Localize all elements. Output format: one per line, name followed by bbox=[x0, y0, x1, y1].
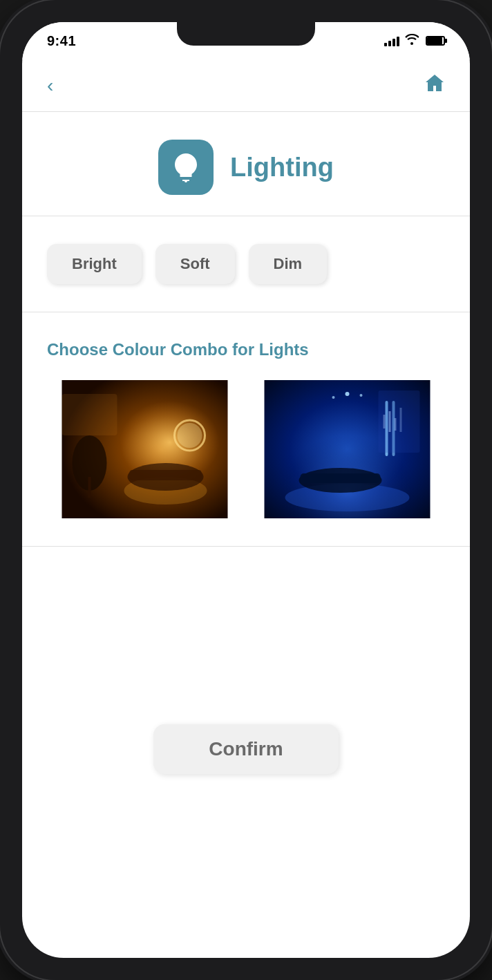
phone-screen: 9:41 bbox=[22, 22, 470, 958]
svg-rect-24 bbox=[400, 408, 402, 432]
lighting-icon-box bbox=[158, 140, 214, 195]
warm-lighting-image bbox=[47, 380, 243, 518]
bright-button[interactable]: Bright bbox=[47, 244, 142, 284]
svg-rect-8 bbox=[88, 477, 91, 498]
confirm-section: Confirm bbox=[22, 547, 470, 958]
confirm-button[interactable]: Confirm bbox=[153, 724, 338, 774]
notch bbox=[177, 22, 315, 46]
cool-lighting-option[interactable] bbox=[249, 380, 445, 518]
signal-icon bbox=[384, 35, 399, 46]
phone-frame: 9:41 bbox=[0, 0, 492, 980]
brightness-options: Bright Soft Dim bbox=[47, 244, 445, 284]
svg-point-18 bbox=[332, 396, 335, 399]
brightness-section: Bright Soft Dim bbox=[22, 216, 470, 312]
svg-rect-14 bbox=[301, 473, 381, 483]
status-time: 9:41 bbox=[47, 33, 76, 49]
svg-rect-9 bbox=[62, 394, 117, 435]
svg-rect-22 bbox=[389, 411, 391, 432]
svg-point-6 bbox=[178, 423, 202, 448]
colour-section: Choose Colour Combo for Lights bbox=[22, 312, 470, 547]
back-button[interactable]: ‹ bbox=[47, 76, 53, 95]
colour-section-title: Choose Colour Combo for Lights bbox=[47, 340, 445, 359]
svg-rect-23 bbox=[395, 418, 397, 431]
svg-point-19 bbox=[360, 394, 363, 397]
main-content: ‹ Lighting bbox=[22, 59, 470, 958]
warm-lighting-option[interactable] bbox=[47, 380, 243, 518]
top-navigation: ‹ bbox=[22, 59, 470, 112]
battery-icon bbox=[426, 36, 445, 46]
cool-lighting-image bbox=[249, 380, 445, 518]
svg-point-17 bbox=[346, 392, 350, 396]
status-icons bbox=[384, 34, 445, 48]
wifi-icon bbox=[405, 34, 419, 48]
svg-rect-21 bbox=[384, 415, 386, 428]
colour-images bbox=[47, 380, 445, 518]
page-header: Lighting bbox=[22, 112, 470, 216]
dim-button[interactable]: Dim bbox=[249, 244, 328, 284]
soft-button[interactable]: Soft bbox=[155, 244, 235, 284]
svg-rect-4 bbox=[130, 470, 202, 480]
home-button[interactable] bbox=[424, 73, 445, 97]
page-title: Lighting bbox=[230, 153, 334, 182]
lightbulb-icon bbox=[169, 151, 202, 184]
